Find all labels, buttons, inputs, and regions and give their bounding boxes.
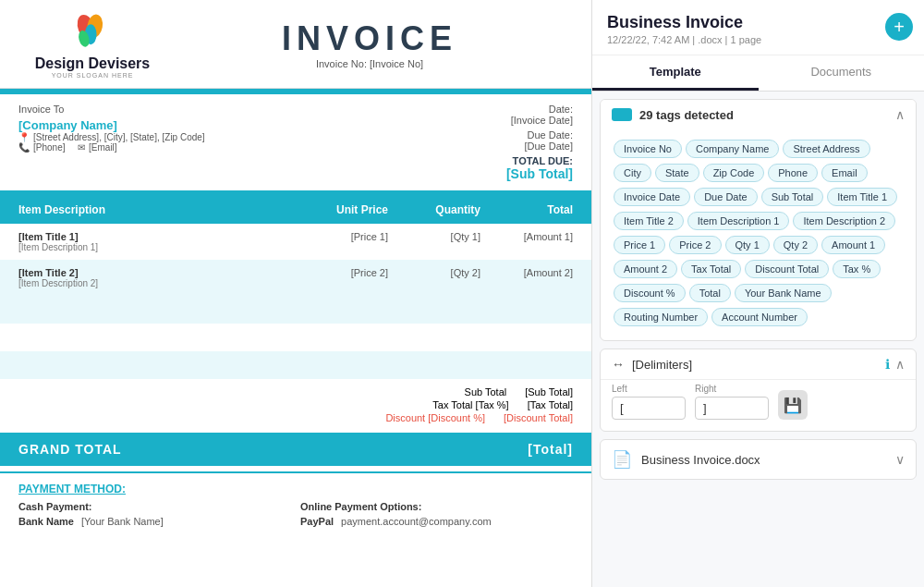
tag-pill[interactable]: Item Description 2 [793,212,895,230]
tags-body: Invoice NoCompany NameStreet AddressCity… [601,129,916,340]
tag-pill[interactable]: City [614,164,651,182]
tag-pill[interactable]: Zip Code [703,164,765,182]
delimiter-info-icon[interactable]: ℹ [885,357,890,372]
tag-pill[interactable]: Routing Number [614,308,708,326]
left-delimiter-field: Left [612,384,686,420]
totals-section: Sub Total [Sub Total] Tax Total [Tax %] … [0,379,591,433]
total-due-value: [Sub Total] [506,166,573,181]
left-delimiter-label: Left [612,384,686,394]
payment-section: PAYMENT METHOD: Cash Payment: Bank Name … [0,471,591,536]
col-header-price: Unit Price [296,203,388,216]
right-panel: Business Invoice 12/22/22, 7:42 AM | .do… [591,0,924,587]
right-delimiter-input[interactable] [695,397,769,420]
tag-pill[interactable]: Due Date [694,188,757,206]
tag-pill[interactable]: Qty 2 [773,236,818,254]
tag-pill[interactable]: Sub Total [761,188,824,206]
delimiter-inputs: Left Right 💾 [612,384,905,420]
save-delimiter-button[interactable]: 💾 [778,390,808,420]
tag-pill[interactable]: Item Description 1 [687,212,790,230]
tag-pill[interactable]: Item Title 2 [614,212,684,230]
table-row: [Item Title 2] [Item Description 2] [Pri… [0,260,591,296]
file-section: 📄 Business Invoice.docx ∨ [600,439,917,480]
file-icon: 📄 [612,449,632,470]
tag-pill[interactable]: Email [821,164,868,182]
delimiter-chevron-icon[interactable]: ∧ [895,357,905,372]
tag-pill[interactable]: Qty 1 [725,236,770,254]
tag-pill[interactable]: Invoice No [614,140,682,158]
tax-line: Tax Total [Tax %] [Tax Total] [18,399,573,410]
online-payment-col: Online Payment Options: PayPal payment.a… [300,501,573,527]
tag-pill[interactable]: Phone [768,164,818,182]
email-icon: ✉ [78,142,85,153]
save-icon: 💾 [784,397,802,414]
grand-total-value: [Total] [528,442,573,457]
address-line: 📍 [Street Address], [City], [State], [Zi… [18,132,506,142]
tag-pill[interactable]: Amount 2 [614,260,677,278]
total-due-label: TOTAL DUE: [506,155,573,166]
payment-title: PAYMENT METHOD: [18,483,573,495]
tag-pill[interactable]: Item Title 1 [827,188,897,206]
bank-name-value: [Your Bank Name] [81,516,164,527]
invoice-panel: Design Devisers YOUR SLOGAN HERE INVOICE… [0,0,591,587]
paypal-row: PayPal payment.account@company.com [300,516,573,527]
right-delimiter-field: Right [695,384,769,420]
grand-total-bar: GRAND TOTAL [Total] [0,433,591,466]
tag-pill[interactable]: Tax Total [681,260,741,278]
tag-pill[interactable]: Discount Total [745,260,829,278]
tag-pill[interactable]: Discount % [614,284,686,302]
right-panel-subtitle: 12/22/22, 7:42 AM | .docx | 1 page [607,34,909,45]
delimiters-header-left: ↔ [Delimiters] [612,357,692,372]
tag-pill[interactable]: Account Number [711,308,808,326]
location-icon: 📍 [18,132,30,142]
row1-item: [Item Title 1] [Item Description 1] [18,231,296,252]
right-header-wrapper: Business Invoice 12/22/22, 7:42 AM | .do… [592,0,924,55]
row2-item: [Item Title 2] [Item Description 2] [18,267,296,288]
tag-pill[interactable]: Street Address [783,140,869,158]
tag-pill[interactable]: Total [689,284,731,302]
company-name-value: [Company Name] [18,118,506,132]
tag-pill[interactable]: Your Bank Name [735,284,832,302]
phone-email-line: 📞 [Phone] ✉ [Email] [18,142,506,153]
table-row: [Item Title 1] [Item Description 1] [Pri… [0,224,591,260]
invoice-header: Design Devisers YOUR SLOGAN HERE INVOICE… [0,0,591,89]
invoice-number-line: Invoice No: [Invoice No] [166,58,573,69]
tag-pill[interactable]: Price 1 [614,236,665,254]
tag-pill[interactable]: Tax % [833,260,881,278]
tag-pill[interactable]: Invoice Date [614,188,690,206]
file-chevron-icon[interactable]: ∨ [895,452,905,467]
delimiters-section: ↔ [Delimiters] ℹ ∧ Left Right 💾 [600,349,917,432]
tags-section: 29 tags detected ∧ Invoice NoCompany Nam… [600,99,917,341]
row1-amount: [Amount 1] [480,231,573,252]
right-panel-title: Business Invoice [607,13,909,32]
row1-title: [Item Title 1] [18,231,296,242]
logo-slogan: YOUR SLOGAN HERE [52,72,134,79]
tag-pill[interactable]: Company Name [686,140,779,158]
subtotal-value: [Sub Total] [525,386,573,397]
tags-chevron-icon[interactable]: ∧ [895,107,905,122]
file-row: 📄 Business Invoice.docx ∨ [601,440,916,479]
left-delimiter-input[interactable] [612,397,686,420]
subtotal-line: Sub Total [Sub Total] [18,386,573,397]
tab-template[interactable]: Template [592,55,759,91]
discount-label: Discount [Discount %] [385,412,485,423]
logo-company-name: Design Devisers [35,55,151,72]
logo-icon [69,9,116,55]
address-value: [Street Address], [City], [State], [Zip … [33,132,205,142]
tab-documents[interactable]: Documents [759,55,925,91]
discount-value: [Discount Total] [504,412,573,423]
col-header-item: Item Description [18,203,296,216]
delimiters-header: ↔ [Delimiters] ℹ ∧ [601,349,916,379]
tax-value: [Tax Total] [528,399,573,410]
tag-pill[interactable]: Price 2 [669,236,721,254]
total-due-section: TOTAL DUE: [Sub Total] [506,155,573,181]
tag-pill[interactable]: Amount 1 [821,236,885,254]
right-delimiter-label: Right [695,384,769,394]
bank-name-row: Bank Name [Your Bank Name] [18,516,291,527]
delimiter-arrow-icon: ↔ [612,357,625,372]
file-left: 📄 Business Invoice.docx [612,449,760,470]
row2-desc: [Item Description 2] [18,278,296,288]
phone-value: [Phone] [33,142,65,153]
add-button[interactable]: + [885,13,913,41]
tag-pill[interactable]: State [655,164,699,182]
paypal-label: PayPal [300,516,334,527]
